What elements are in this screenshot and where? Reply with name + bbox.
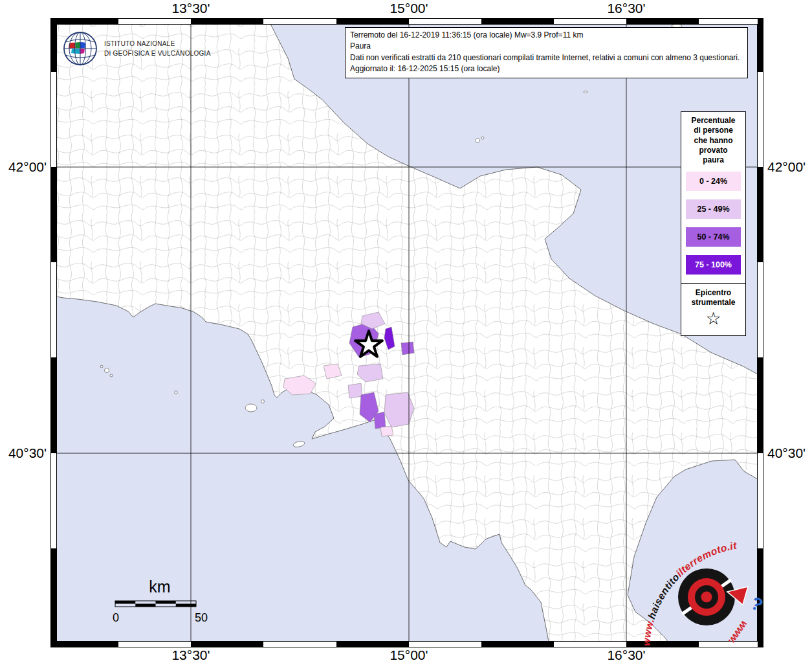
legend-item-25-49: 25 - 49% (686, 199, 741, 219)
lon-label-bottom: 13°30' (171, 647, 210, 662)
island-ponza (105, 368, 109, 373)
lat-label-left: 40°30' (8, 445, 47, 460)
event-title: Terremoto del 16-12-2019 11:36:15 (ora l… (350, 30, 743, 41)
lat-label-right: 42°00' (767, 159, 806, 174)
island-procida (261, 400, 265, 403)
epicenter-legend-label: Epicentro strumentale (681, 288, 745, 309)
watermark-www: www. (641, 617, 656, 646)
target-icon: ? (678, 568, 766, 625)
lon-label-top: 15°00' (390, 1, 428, 16)
ingv-globe-icon (61, 30, 99, 67)
ingv-logo-line2: DI GEOFISICA E VULCANOLOGIA (104, 49, 211, 58)
islet (110, 374, 113, 377)
lon-label-bottom: 15°00' (390, 647, 428, 662)
scale-bar-unit: km (149, 578, 170, 596)
islet (584, 91, 587, 93)
felt-municipality-patch (348, 383, 362, 398)
star-outline-icon: ☆ (681, 309, 745, 329)
felt-municipality-patch (401, 342, 414, 355)
scale-bar-end: 50 (195, 611, 208, 624)
legend-title: Percentuale di persone che hanno provato… (681, 116, 745, 172)
scale-bar-start: 0 (113, 611, 119, 624)
island-ventotene (175, 391, 177, 394)
legend-item-50-74: 50 - 74% (686, 227, 741, 247)
legend-item-75-100: 75 - 100% (686, 255, 741, 275)
lat-label-right: 40°30' (767, 445, 806, 460)
info-box: Terremoto del 16-12-2019 11:36:15 (ora l… (345, 27, 748, 78)
legend-box: Percentuale di persone che hanno provato… (681, 111, 746, 336)
haisentitoilterremoto-logo: www.haisentitoilterremoto.it www. ? (641, 531, 783, 663)
question-mark-icon: ? (747, 592, 766, 615)
island-tremiti (476, 139, 479, 142)
islet (100, 365, 103, 368)
watermark-www-bottom: www. (727, 619, 751, 646)
watermark-haisentito: haisentito (646, 571, 681, 620)
data-disclaimer: Dati non verificati estratti da 210 ques… (350, 52, 743, 63)
ingv-logo-text: ISTITUTO NAZIONALE DI GEOFISICA E VULCAN… (104, 39, 211, 58)
map-theme-label: Paura (350, 41, 743, 52)
lon-label-bottom: 16°30' (607, 647, 645, 662)
felt-municipality-patch (380, 426, 393, 436)
legend-divider (681, 283, 745, 284)
island-ischia (245, 404, 257, 412)
lon-label-top: 13°30' (171, 1, 210, 16)
update-timestamp: Aggiornato il: 16-12-2025 15:15 (ora loc… (350, 63, 743, 74)
ingv-logo-line1: ISTITUTO NAZIONALE (104, 39, 211, 49)
legend-item-0-24: 0 - 24% (686, 172, 741, 191)
lat-label-left: 42°00' (8, 159, 47, 174)
felt-municipality-patch (384, 392, 414, 427)
islet (481, 137, 484, 139)
ingv-logo: ISTITUTO NAZIONALE DI GEOFISICA E VULCAN… (61, 30, 211, 67)
lon-label-top: 16°30' (607, 1, 645, 16)
felt-municipality-patch (374, 412, 386, 429)
